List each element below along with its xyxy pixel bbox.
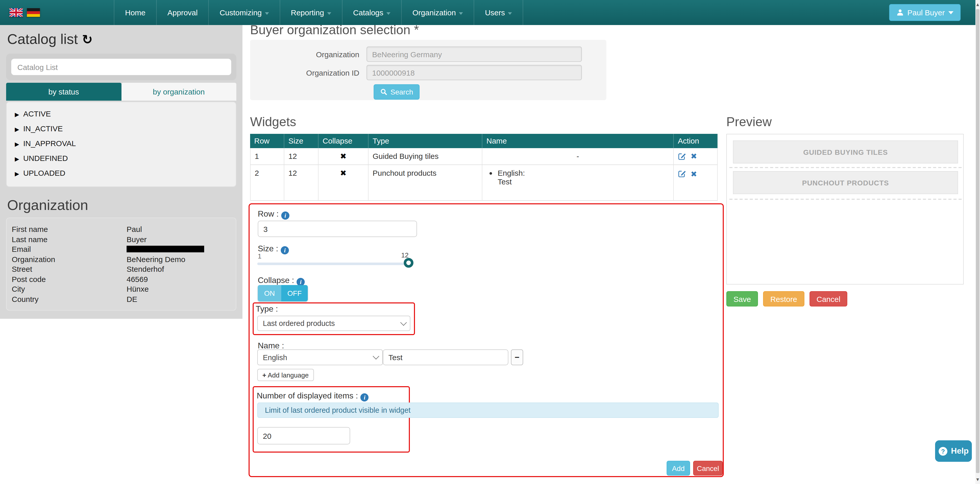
col-row: Row	[250, 134, 284, 148]
catalog-sidebar: Catalog list↻ by status by organization …	[0, 25, 242, 484]
chevron-down-icon	[948, 11, 953, 14]
toggle-off-button[interactable]: OFF	[281, 285, 308, 301]
user-name: Paul Buyer	[907, 8, 945, 17]
type-select[interactable]: Last ordered products	[257, 316, 410, 331]
add-language-button[interactable]: + Add language	[257, 369, 314, 381]
search-button[interactable]: Search	[374, 84, 420, 100]
slider-min-label: 1	[258, 252, 261, 260]
name-input[interactable]	[383, 350, 508, 365]
add-widget-button[interactable]: Add	[667, 461, 690, 476]
chevron-down-icon	[265, 12, 269, 14]
save-button[interactable]: Save	[726, 291, 758, 307]
edit-icon[interactable]	[678, 169, 686, 178]
dashed-separator	[729, 199, 962, 200]
delete-x-icon[interactable]: ✖	[690, 152, 697, 161]
org-field-post-code: Post code46569	[12, 274, 231, 284]
main-menu: Home Approval Customizing Reporting Cata…	[114, 0, 523, 25]
table-row: 2 12 ✖ Punchout products English:Test ✖	[250, 165, 718, 201]
collapse-x-icon: ✖	[318, 165, 369, 200]
organization-label: Organization	[258, 50, 366, 59]
info-icon[interactable]: i	[281, 211, 290, 220]
chevron-down-icon	[327, 12, 331, 14]
triangle-right-icon: ▶	[15, 126, 19, 133]
refresh-icon[interactable]: ↻	[82, 32, 93, 47]
chevron-down-icon	[459, 12, 463, 14]
status-item-active[interactable]: ▶ACTIVE	[6, 106, 236, 121]
widgets-table-header: Row Size Collapse Type Name Action	[250, 134, 718, 148]
page: Home Approval Customizing Reporting Cata…	[0, 0, 980, 484]
info-icon[interactable]: i	[361, 393, 369, 401]
tab-by-organization[interactable]: by organization	[121, 83, 236, 101]
delete-x-icon[interactable]: ✖	[690, 169, 697, 179]
nav-organization[interactable]: Organization	[402, 0, 474, 25]
nav-users[interactable]: Users	[474, 0, 523, 25]
items-count-input[interactable]	[257, 427, 350, 444]
dashed-separator	[729, 167, 962, 168]
catalog-search-input[interactable]	[11, 59, 231, 75]
organization-id-input	[366, 65, 582, 80]
status-item-undefined[interactable]: ▶UNDEFINED	[6, 151, 236, 166]
chevron-down-icon	[387, 12, 390, 14]
top-navbar: Home Approval Customizing Reporting Cata…	[0, 0, 980, 25]
redacted-email-bar	[127, 246, 204, 252]
scroll-down-icon[interactable]: ▼	[975, 477, 980, 483]
triangle-right-icon: ▶	[15, 156, 19, 163]
col-name: Name	[482, 134, 674, 148]
type-label: Type :	[256, 304, 278, 314]
size-slider-handle[interactable]	[404, 258, 414, 268]
organization-details: First namePaul Last nameBuyer Email Orga…	[6, 217, 236, 311]
catalog-list-title: Catalog list↻	[0, 25, 242, 50]
tab-by-status[interactable]: by status	[6, 83, 121, 101]
org-field-city: CityHünxe	[12, 284, 231, 294]
col-type: Type	[369, 134, 482, 148]
col-size: Size	[284, 134, 318, 148]
nav-home[interactable]: Home	[114, 0, 157, 25]
edit-icon[interactable]	[678, 152, 686, 160]
status-item-in-approval[interactable]: ▶IN_APPROVAL	[6, 136, 236, 151]
buyer-selection-form: Organization Organization ID Search	[250, 40, 606, 100]
chevron-down-icon	[373, 353, 379, 359]
org-field-first-name: First namePaul	[12, 224, 231, 234]
size-slider-track[interactable]	[257, 262, 410, 265]
page-scrollbar[interactable]: ▲ ▼	[975, 0, 980, 484]
remove-language-button[interactable]: −	[511, 350, 523, 365]
user-menu-button[interactable]: Paul Buyer	[889, 4, 961, 21]
status-list: ▶ACTIVE ▶IN_ACTIVE ▶IN_APPROVAL ▶UNDEFIN…	[6, 102, 236, 187]
widgets-table: Row Size Collapse Type Name Action 1 12 …	[250, 134, 718, 201]
nav-reporting[interactable]: Reporting	[280, 0, 342, 25]
status-item-uploaded[interactable]: ▶UPLOADED	[6, 166, 236, 181]
german-flag-icon[interactable]	[27, 8, 40, 17]
row-input[interactable]	[258, 220, 417, 237]
org-field-country: CountryDE	[12, 294, 231, 304]
cancel-button[interactable]: Cancel	[809, 291, 847, 307]
nav-catalogs[interactable]: Catalogs	[342, 0, 402, 25]
info-icon[interactable]: i	[281, 246, 289, 254]
help-button[interactable]: ? Help	[935, 440, 972, 462]
organization-id-label: Organization ID	[258, 68, 366, 77]
sidebar-panel: Catalog list↻ by status by organization …	[0, 25, 242, 319]
catalog-search-panel	[6, 54, 236, 80]
preview-actions: Save Restore Cancel	[726, 291, 848, 307]
org-field-last-name: Last nameBuyer	[12, 234, 231, 244]
user-icon	[896, 9, 904, 16]
collapse-toggle: ON OFF	[258, 285, 308, 301]
preview-tile-punchout: PUNCHOUT PRODUCTS	[733, 171, 958, 194]
uk-flag-icon[interactable]	[9, 8, 23, 17]
cancel-widget-button[interactable]: Cancel	[693, 461, 723, 476]
nav-customizing[interactable]: Customizing	[209, 0, 280, 25]
chevron-down-icon	[508, 12, 512, 14]
preview-tile-guided-buying: GUIDED BUYING TILES	[733, 141, 958, 163]
toggle-on-button[interactable]: ON	[258, 285, 281, 301]
preview-panel: GUIDED BUYING TILES PUNCHOUT PRODUCTS	[726, 134, 964, 284]
preview-title: Preview	[726, 114, 772, 129]
collapse-label: Collapse :i	[258, 276, 305, 286]
scrollbar-thumb[interactable]	[976, 9, 980, 473]
svg-text:?: ?	[941, 448, 945, 455]
scroll-up-icon[interactable]: ▲	[975, 2, 980, 8]
row-label: Row :i	[258, 209, 290, 220]
nav-approval[interactable]: Approval	[157, 0, 209, 25]
restore-button[interactable]: Restore	[763, 291, 804, 307]
organization-input	[366, 46, 582, 62]
status-item-in-active[interactable]: ▶IN_ACTIVE	[6, 121, 236, 136]
language-select[interactable]: English	[257, 350, 383, 365]
